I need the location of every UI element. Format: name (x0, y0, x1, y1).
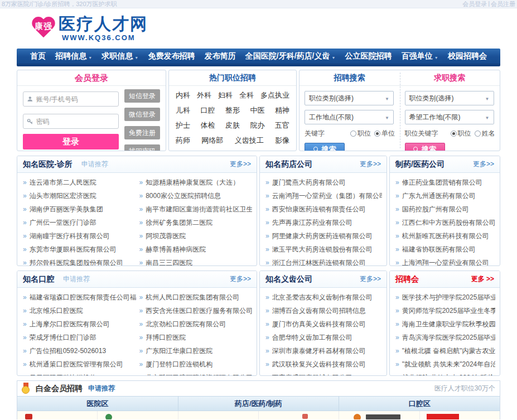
bottom-tab[interactable]: 药店/医药/制药 (178, 397, 340, 411)
hot-job-link[interactable]: 精神 (275, 105, 289, 115)
company-link[interactable]: 厦门市仿真美义齿科技有限公司 (272, 317, 366, 331)
company-link[interactable]: 深圳市康泰健牙科器材有限公司 (272, 344, 366, 358)
company-link[interactable]: 海南卫生健康职业学院秋季校园专场招聘 (402, 317, 495, 331)
hot-job-link[interactable]: 内科 (176, 90, 190, 100)
company-link[interactable]: 广告位招租0592-5026013 (30, 344, 106, 358)
company-link[interactable]: 徐州矿务集团第二医院 (146, 216, 212, 229)
more-link[interactable]: 更多>> (230, 274, 251, 284)
radio-circle-icon[interactable] (350, 131, 356, 137)
hot-job-link[interactable]: 护士 (176, 120, 190, 131)
partner-logo-cell[interactable] (420, 411, 500, 419)
hot-job-link[interactable]: 整形 (225, 105, 240, 115)
company-link[interactable]: 湖南伊百丽医学美肤集团 (30, 202, 103, 216)
hot-job-link[interactable]: 多点执业 (260, 90, 289, 100)
partner-logo-cell[interactable] (339, 411, 419, 419)
account-field-box[interactable] (23, 91, 119, 107)
account-input[interactable] (36, 95, 115, 103)
company-link[interactable]: 合肥华特义齿加工有限公司 (272, 331, 352, 344)
apply-recommend-link[interactable]: 申请推荐 (88, 384, 115, 393)
company-link[interactable]: 湖南瞳宇医疗科技有限公司 (30, 229, 110, 243)
company-link[interactable]: 圣贝国际牙科连锁机构 (30, 371, 96, 376)
company-link[interactable]: 杭州新唯瓦医药科技有限公司 (402, 229, 489, 243)
member-login-link[interactable]: 会员登录 (462, 0, 487, 8)
hot-job-link[interactable]: 影像 (275, 136, 289, 146)
company-link[interactable]: 漱玉平民大药房连锁股份有限公司 (272, 243, 373, 256)
member-register-link[interactable]: 会员注册 (491, 0, 515, 8)
job-location-select[interactable]: 希望工作地(不限) (405, 110, 494, 124)
company-link[interactable]: 上海鸿翔一心堂药业有限公司 (402, 256, 489, 266)
company-link[interactable]: 拜博口腔医院 (146, 331, 186, 344)
hot-job-link[interactable]: 妇科 (218, 90, 233, 100)
apply-recommend-link[interactable]: 申请推荐 (63, 274, 90, 284)
company-link[interactable]: 杭州通策口腔医院管理有限公司 (30, 358, 123, 371)
company-link[interactable]: 黄冈师范学院2025届毕业生冬季供需 (402, 304, 495, 317)
nav-item[interactable]: 发布简历 (205, 51, 236, 61)
password-input[interactable] (36, 118, 115, 125)
job-search-button[interactable]: 搜索 (405, 143, 445, 151)
hot-job-link[interactable]: 口腔 (201, 105, 215, 115)
company-link[interactable]: 云南鸿翔一心堂药业（集团）有限公司 (272, 189, 382, 202)
company-link[interactable]: 西安含光佳医口腔医疗服务有限公司 (146, 304, 252, 317)
company-link[interactable]: 东莞市华厦眼科医院有限公司 (30, 243, 117, 256)
radio-option[interactable]: 姓名 (475, 129, 495, 138)
company-link[interactable]: 先声再康江苏药业有限公司 (272, 216, 352, 229)
job-category-select[interactable]: 职位类别(选择) (405, 91, 494, 105)
company-link[interactable]: 国药控股广州有限公司 (402, 202, 469, 216)
radio-circle-icon[interactable] (475, 131, 481, 137)
company-link[interactable]: 杭州人民口腔医院集团有限公司 (146, 291, 239, 304)
recruit-category-select[interactable]: 职位类别(选择) (305, 91, 394, 105)
recruit-search-button[interactable]: 搜索 (305, 143, 345, 151)
hot-job-link[interactable]: 儿科 (176, 105, 190, 115)
bottom-tab[interactable]: 口腔区 (339, 397, 500, 411)
login-alt-button[interactable]: 免费注册 (124, 126, 160, 139)
company-link[interactable]: 赫章博善精神病医院 (146, 243, 206, 256)
company-link[interactable]: 广东九州通医药有限公司 (402, 189, 476, 202)
company-link[interactable]: 青岛滨海学院医学院2025届毕业生秋 (402, 331, 495, 344)
partner-logo-cell[interactable] (178, 411, 259, 419)
site-logo[interactable]: 康强 医疗人才网 WWW.KQ36.COM (31, 16, 148, 41)
nav-item[interactable]: 首页 (30, 51, 46, 61)
company-link[interactable]: 厦门登特口腔连锁机构 (146, 358, 212, 371)
company-link[interactable]: "植根北疆 奋楫启航"内蒙古农业大学 (402, 344, 495, 358)
nav-item[interactable]: 招聘信息 (55, 51, 92, 61)
hot-job-link[interactable]: 外科 (197, 90, 211, 100)
hot-job-link[interactable]: 皮肤 (225, 120, 240, 131)
company-link[interactable]: 修正药业集团营销有限公司 (402, 176, 482, 189)
apply-recommend-link[interactable]: 申请推荐 (81, 160, 108, 169)
company-link[interactable]: 武汉联袂复兴义齿科技有限公司 (272, 358, 366, 371)
company-link[interactable]: 南昌三三四医院 (146, 256, 192, 266)
more-link[interactable]: 更多>> (360, 274, 381, 284)
hot-job-link[interactable]: 义齿技工 (235, 136, 264, 146)
radio-option[interactable]: 职位 (451, 129, 471, 138)
nav-item[interactable]: 公立医院招聘 (345, 51, 392, 61)
company-link[interactable]: 知源精康精神康复医院（大连） (146, 176, 239, 189)
company-link[interactable]: 南平市建阳区童游街道营前社区卫生... (146, 202, 252, 216)
login-alt-button[interactable]: 微信登录 (124, 108, 160, 121)
radio-option[interactable]: 职位 (350, 129, 371, 138)
company-link[interactable]: "就业领航 共筑未来"2024年自治 (402, 358, 495, 371)
radio-circle-icon[interactable] (451, 131, 457, 137)
company-link[interactable]: 阿里健康大药房医药连锁有限公司 (272, 229, 373, 243)
more-link[interactable]: 更多>> (473, 160, 494, 169)
more-link[interactable]: 更多>> (230, 160, 251, 169)
company-link[interactable]: 淄博百合义齿有限公司招聘信息 (272, 304, 366, 317)
company-link[interactable]: 西安怡康医药连锁有限责任公司 (272, 202, 366, 216)
company-link[interactable]: 福建省瑞森口腔医院有限责任公司福... (30, 291, 136, 304)
bottom-tab[interactable]: 医院区 (17, 397, 178, 411)
password-field-box[interactable] (23, 114, 119, 129)
company-link[interactable]: 厦门鹭燕大药房有限公司 (272, 176, 346, 189)
company-link[interactable]: 江西仁和中方医药股份有限公司 (402, 216, 495, 229)
company-link[interactable]: 8000家公立医院招聘信息 (146, 189, 221, 202)
nav-item[interactable]: 全国医院/牙科/药店/义齿 (245, 51, 336, 61)
hot-job-link[interactable]: 体检 (201, 120, 215, 131)
company-link[interactable]: 浙江台州江林医药连锁有限公司 (272, 256, 366, 266)
company-link[interactable]: 医学技术与护理学院2025届毕业生专 (402, 291, 495, 304)
company-link[interactable]: 汕头市潮阳区宏济医院 (30, 189, 96, 202)
partner-logo-cell[interactable] (98, 411, 178, 419)
login-alt-button[interactable]: 短信登录 (124, 89, 160, 103)
company-link[interactable]: 北京爵冠口腔医院投资管理有限公司 (146, 371, 252, 376)
company-link[interactable]: 广州伝一堂医疗门诊部 (30, 216, 96, 229)
company-link[interactable]: 荣成牙博仕口腔门诊部 (30, 331, 96, 344)
nav-item[interactable]: 求职信息 (102, 51, 138, 61)
company-link[interactable]: 北京圣爱吉友和义齿制作有限公司 (272, 291, 373, 304)
